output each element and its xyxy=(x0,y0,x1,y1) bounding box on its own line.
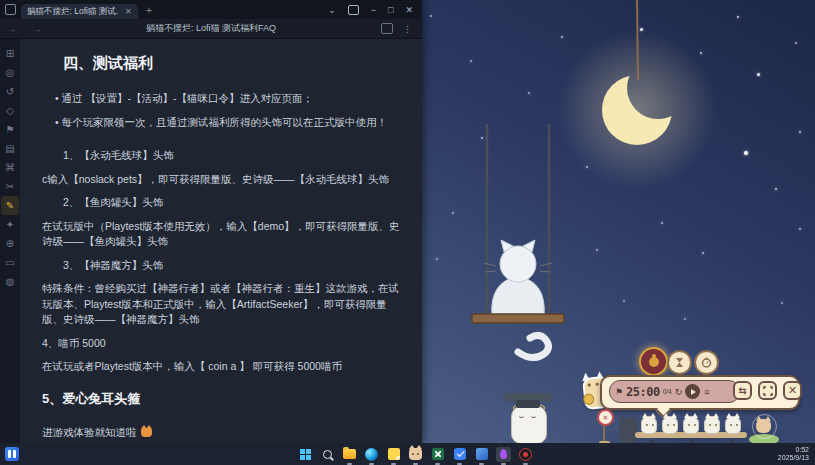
paragraph: 进游戏体验就知道啦 xyxy=(42,425,402,441)
white-cat-pet[interactable] xyxy=(704,416,720,434)
white-cat-pet[interactable] xyxy=(725,416,741,434)
hourglass-badge[interactable] xyxy=(667,350,692,375)
chevron-down-icon[interactable]: ⌄ xyxy=(328,5,336,15)
app-window: 躺猫不摆烂: Lofi猫 测试... ✕ + ⌄ − □ ✕ ← → 躺猫不摆烂… xyxy=(0,0,422,443)
alarm-badge[interactable] xyxy=(694,350,719,375)
expand-button[interactable] xyxy=(758,381,777,400)
sticky-notes-icon[interactable] xyxy=(386,447,401,462)
dark-cat-pet[interactable] xyxy=(619,418,638,443)
start-button[interactable] xyxy=(298,447,313,462)
ribbon-icon-7[interactable]: ✂ xyxy=(1,177,19,196)
excel-icon[interactable] xyxy=(430,447,445,462)
pomodoro-widget[interactable]: ⚑ 25:00 0/4 ↻ ≡ ⇆ ✕ xyxy=(600,375,800,410)
taskbar: 0:52 2025/9/13 xyxy=(0,443,815,465)
ribbon-icon-4[interactable]: ⚑ xyxy=(1,120,19,139)
ribbon-icon-6[interactable]: ⌘ xyxy=(1,158,19,177)
list-item: 2、【鱼肉罐头】头饰 xyxy=(63,195,402,211)
edge-browser-icon[interactable] xyxy=(364,447,379,462)
document-content: 四、测试福利 • 通过 【设置】-【活动】-【猫咪口令】进入对应页面； • 每个… xyxy=(20,39,422,443)
layout-panel-icon[interactable] xyxy=(348,5,359,15)
no-entry-sign: ✕ xyxy=(597,409,614,426)
more-options-icon[interactable]: ⋮ xyxy=(403,24,412,34)
taskbar-clock[interactable]: 0:52 2025/9/13 xyxy=(778,446,809,462)
clock-time: 0:52 xyxy=(778,446,809,454)
switch-mode-button[interactable]: ⇆ xyxy=(733,381,752,400)
task-list-icon[interactable]: ≡ xyxy=(704,387,709,397)
lofi-cat-app-icon[interactable] xyxy=(408,447,423,462)
ribbon-icon-8[interactable]: ✎ xyxy=(1,196,19,215)
search-icon[interactable] xyxy=(320,447,335,462)
graduate-cat-pet[interactable] xyxy=(500,390,556,443)
play-icon xyxy=(691,389,696,395)
tomato-timer-badge[interactable] xyxy=(639,347,668,376)
paragraph: 在试玩或者Playtest版本中，输入【 coin a 】 即可获得 5000喵… xyxy=(42,359,402,375)
widget-close-button[interactable]: ✕ xyxy=(783,381,802,400)
cat-queue[interactable]: ✕ xyxy=(595,408,793,445)
ribbon-icon-9[interactable]: ✦ xyxy=(1,215,19,234)
todo-app-icon[interactable] xyxy=(452,447,467,462)
maximize-button[interactable]: □ xyxy=(388,5,393,15)
window-titlebar: 躺猫不摆烂: Lofi猫 测试... ✕ + ⌄ − □ ✕ xyxy=(0,0,422,19)
moon xyxy=(580,0,700,170)
document-tab[interactable]: 躺猫不摆烂: Lofi猫 测试... ✕ xyxy=(21,4,138,19)
app-logo-icon xyxy=(5,4,16,15)
close-button[interactable]: ✕ xyxy=(405,5,413,15)
flag-icon: ⚑ xyxy=(615,387,623,397)
ribbon-icon-5[interactable]: ▤ xyxy=(1,139,19,158)
purple-app-icon[interactable] xyxy=(496,447,511,462)
taskbar-corner-icon[interactable] xyxy=(5,447,19,461)
ribbon-icon-12[interactable]: ◍ xyxy=(1,272,19,291)
new-tab-button[interactable]: + xyxy=(146,4,152,16)
list-item: 3、【神器魔方】头饰 xyxy=(63,258,402,274)
list-item: 4、喵币 5000 xyxy=(42,336,402,352)
list-item: 1、【永动毛线球】头饰 xyxy=(63,148,402,164)
restart-icon[interactable]: ↻ xyxy=(675,387,683,397)
paragraph: 特殊条件：曾经购买过【神器行者】或者【神器行者：重生】这款游戏，在试玩版本、Pl… xyxy=(42,281,402,328)
ufo-cat-pet[interactable] xyxy=(749,414,779,444)
file-explorer-icon[interactable] xyxy=(342,447,357,462)
taskbar-icons xyxy=(298,443,533,465)
section-heading: 四、测试福利 xyxy=(63,53,402,73)
clock-date: 2025/9/13 xyxy=(778,454,809,462)
paragraph: 在试玩版中（Playtest版本使用无效），输入【demo】，即可获得限量版、史… xyxy=(42,219,402,250)
tab-title: 躺猫不摆烂: Lofi猫 测试... xyxy=(27,6,119,18)
recorder-app-icon[interactable] xyxy=(518,447,533,462)
ribbon-icon-10[interactable]: ⊕ xyxy=(1,234,19,253)
desktop: 躺猫不摆烂: Lofi猫 测试... ✕ + ⌄ − □ ✕ ← → 躺猫不摆烂… xyxy=(0,0,815,465)
hourglass-icon xyxy=(675,357,684,368)
play-button[interactable] xyxy=(685,384,700,399)
reading-view-icon[interactable] xyxy=(381,23,393,34)
white-cat-pet[interactable] xyxy=(641,416,657,434)
bullet-line: • 每个玩家限领一次，且通过测试福利所得的头饰可以在正式版中使用！ xyxy=(55,115,402,131)
tab-close-icon[interactable]: ✕ xyxy=(125,7,132,16)
ribbon-icon-0[interactable]: ⊞ xyxy=(1,44,19,63)
ribbon-icon-1[interactable]: ◎ xyxy=(1,63,19,82)
timer-value: 25:00 xyxy=(626,385,660,399)
alarm-icon xyxy=(701,357,712,368)
cat-face-emoji xyxy=(141,428,152,437)
white-cat-pet[interactable] xyxy=(683,416,699,434)
minimize-button[interactable]: − xyxy=(371,5,376,15)
bullet-line: • 通过 【设置】-【活动】-【猫咪口令】进入对应页面； xyxy=(55,91,402,107)
ribbon: ⊞◎↺◇⚑▤⌘✂✎✦⊕▭◍ xyxy=(0,39,20,443)
pomodoro-timer: ⚑ 25:00 0/4 ↻ ≡ xyxy=(609,380,740,403)
paragraph: c输入【noslack pets】，即可获得限量版、史诗级——【永动毛线球】头饰 xyxy=(42,172,402,188)
cat-on-swing xyxy=(452,124,577,369)
session-counter: 0/4 xyxy=(663,388,672,395)
section-heading: 5、爱心兔耳头箍 xyxy=(42,390,402,407)
page-title: 躺猫不摆烂: Lofi猫 测试福利FAQ xyxy=(0,22,422,35)
ribbon-icon-2[interactable]: ↺ xyxy=(1,82,19,101)
blue-app-icon[interactable] xyxy=(474,447,489,462)
ribbon-icon-3[interactable]: ◇ xyxy=(1,101,19,120)
document-header: ← → 躺猫不摆烂: Lofi猫 测试福利FAQ ⋮ xyxy=(0,19,422,39)
expand-icon xyxy=(763,386,773,396)
white-cat-pet[interactable] xyxy=(662,416,678,434)
ribbon-icon-11[interactable]: ▭ xyxy=(1,253,19,272)
tomato-icon xyxy=(649,357,659,367)
